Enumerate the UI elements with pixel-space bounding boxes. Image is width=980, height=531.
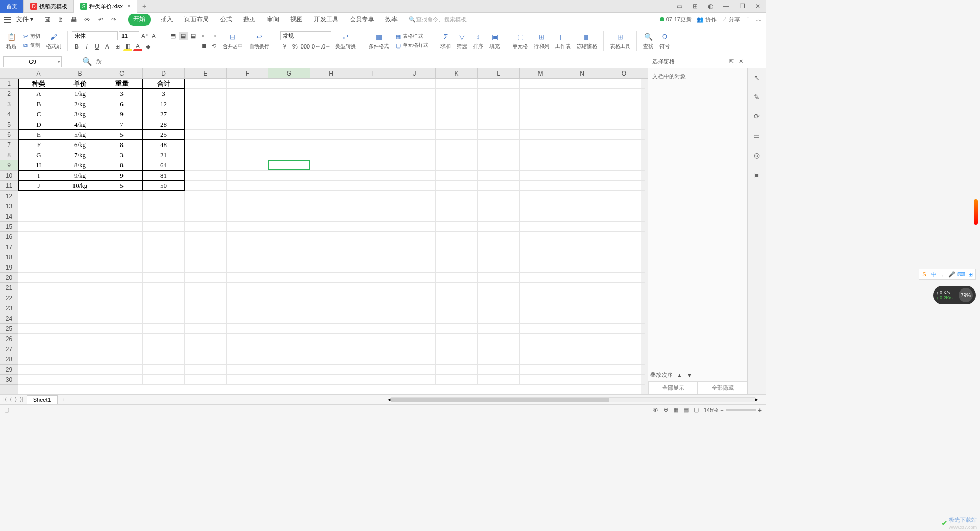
sheet-next-icon[interactable]: ⟩ <box>15 396 17 403</box>
table-cell[interactable]: 12 <box>143 99 185 109</box>
menu-tab-6[interactable]: 视图 <box>289 14 304 26</box>
cell[interactable] <box>101 324 143 334</box>
col-header[interactable]: O <box>603 68 645 78</box>
row-header[interactable]: 10 <box>0 171 18 181</box>
sheet-last-icon[interactable]: ⟩| <box>20 396 23 403</box>
cell[interactable] <box>520 324 561 334</box>
cell[interactable] <box>310 99 352 109</box>
cell[interactable] <box>394 99 436 109</box>
cell[interactable] <box>227 160 268 171</box>
cell[interactable] <box>520 181 561 191</box>
cell[interactable] <box>101 273 143 283</box>
cell[interactable] <box>268 324 310 334</box>
cell[interactable] <box>520 344 561 354</box>
cell[interactable] <box>394 79 436 89</box>
cell[interactable] <box>18 324 59 334</box>
cell[interactable] <box>352 89 394 99</box>
cell[interactable] <box>268 181 310 191</box>
cell-style-button[interactable]: ▢单元格样式 <box>393 41 430 50</box>
cell[interactable] <box>59 211 101 222</box>
cell[interactable] <box>561 283 603 293</box>
cell[interactable] <box>436 150 478 160</box>
cell[interactable] <box>520 303 561 313</box>
cell[interactable] <box>394 273 436 283</box>
cell[interactable] <box>143 313 185 324</box>
cell[interactable] <box>603 191 645 201</box>
row-header[interactable]: 18 <box>0 252 18 262</box>
cell[interactable] <box>478 109 520 119</box>
cell[interactable] <box>143 211 185 222</box>
sheet-prev-icon[interactable]: ⟨ <box>10 396 12 403</box>
row-header[interactable]: 13 <box>0 201 18 211</box>
rowcol-button[interactable]: ⊞行和列 <box>532 31 551 51</box>
cell[interactable] <box>185 354 227 365</box>
row-header[interactable]: 15 <box>0 222 18 232</box>
cell[interactable] <box>268 99 310 109</box>
cell[interactable] <box>143 232 185 242</box>
cell[interactable] <box>18 283 59 293</box>
fill-color-button[interactable]: ◧ <box>123 42 132 51</box>
cell[interactable] <box>561 79 603 89</box>
cell[interactable] <box>561 252 603 262</box>
table-cell[interactable]: D <box>18 119 59 130</box>
row-header[interactable]: 1 <box>0 79 18 89</box>
cell[interactable] <box>352 119 394 130</box>
cell[interactable] <box>310 171 352 181</box>
cell[interactable] <box>18 375 59 385</box>
menu-tab-1[interactable]: 插入 <box>160 14 174 26</box>
cell[interactable] <box>561 99 603 109</box>
worksheet-button[interactable]: ▤工作表 <box>553 31 573 51</box>
table-cell[interactable]: 3/kg <box>59 109 101 119</box>
cell[interactable] <box>520 191 561 201</box>
col-header[interactable]: F <box>227 68 268 78</box>
view-break-icon[interactable]: ▢ <box>694 406 699 413</box>
col-header[interactable]: L <box>478 68 520 78</box>
table-cell[interactable]: 3 <box>143 89 185 99</box>
cell[interactable] <box>18 211 59 222</box>
cell[interactable] <box>227 283 268 293</box>
cell[interactable] <box>18 334 59 344</box>
cell-button[interactable]: ▢单元格 <box>510 31 530 51</box>
cell[interactable] <box>268 262 310 273</box>
cell[interactable] <box>59 354 101 365</box>
cell[interactable] <box>603 222 645 232</box>
cell[interactable] <box>352 242 394 252</box>
cell[interactable] <box>18 313 59 324</box>
cell[interactable] <box>185 150 227 160</box>
table-cell[interactable]: 21 <box>143 150 185 160</box>
cell[interactable] <box>561 354 603 365</box>
cell[interactable] <box>310 201 352 211</box>
cell[interactable] <box>310 222 352 232</box>
cell[interactable] <box>603 79 645 89</box>
cell[interactable] <box>436 334 478 344</box>
cell[interactable] <box>268 119 310 130</box>
col-header[interactable]: A <box>18 68 59 78</box>
cell[interactable] <box>18 344 59 354</box>
row-header[interactable]: 12 <box>0 191 18 201</box>
cell[interactable] <box>561 273 603 283</box>
cell[interactable] <box>268 344 310 354</box>
cell[interactable] <box>268 150 310 160</box>
name-box[interactable]: G9▾ <box>3 56 62 67</box>
cut-button[interactable]: ✂剪切 <box>20 32 42 40</box>
cell[interactable] <box>394 344 436 354</box>
cell[interactable] <box>310 375 352 385</box>
cell[interactable] <box>227 354 268 365</box>
cell[interactable] <box>101 303 143 313</box>
cell[interactable] <box>101 283 143 293</box>
zoom-in-icon[interactable]: + <box>758 407 762 413</box>
cell[interactable] <box>561 130 603 140</box>
cell[interactable] <box>394 232 436 242</box>
format-painter-button[interactable]: 🖌格式刷 <box>44 31 63 51</box>
row-header[interactable]: 14 <box>0 211 18 222</box>
cell[interactable] <box>561 303 603 313</box>
cell[interactable] <box>101 375 143 385</box>
cell[interactable] <box>18 273 59 283</box>
cell[interactable] <box>436 365 478 375</box>
table-cell[interactable]: 8 <box>101 140 143 150</box>
cell[interactable] <box>352 375 394 385</box>
cell[interactable] <box>394 160 436 171</box>
cell[interactable] <box>436 191 478 201</box>
cell[interactable] <box>101 222 143 232</box>
table-cell[interactable]: G <box>18 150 59 160</box>
